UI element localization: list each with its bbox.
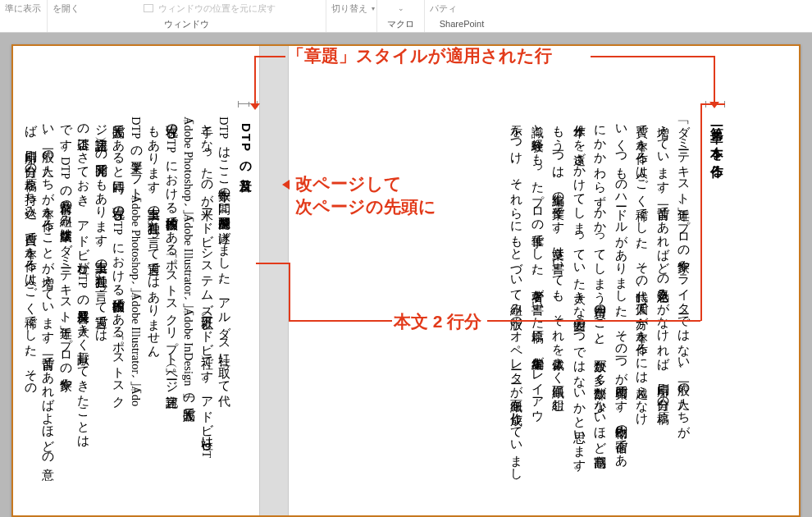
ribbon: 準に表示 を開く ウィンドウの位置を元に戻す ウィンドウ 切り替え▾ ⌄ マクロ… bbox=[0, 0, 812, 33]
text-line: 増えています。一昔前であればどの意気込みがなければ、印刷所に自分の原稿 bbox=[654, 117, 672, 515]
text-line: DTPはここ十数年の間に飛躍的発展を遂げました。アルダス社に取って代 bbox=[215, 117, 233, 515]
text-line: ジ記述言語） の開発元でもあります。事実上の「一社独占」と言って過言では bbox=[92, 117, 110, 515]
ribbon-item-switch[interactable]: 切り替え▾ bbox=[331, 2, 375, 15]
ribbon-item-align[interactable]: 準に表示 bbox=[5, 2, 41, 15]
text-line: い、一般の人たちが本を作ることが増えています。一昔前であればよほどの意 bbox=[39, 117, 57, 515]
text-line: 販売元であると同時に、現在のDTPにおける根幹的技術である「ポストスク bbox=[109, 117, 127, 515]
annotation-page-break: 改ページして 次ページの先頭に bbox=[295, 172, 436, 218]
chapter-heading: 第一章 本を作る bbox=[708, 117, 725, 172]
window-icon bbox=[144, 4, 153, 12]
chevron-down-icon[interactable]: ⌄ bbox=[398, 4, 404, 12]
ribbon-item-open[interactable]: を開く bbox=[52, 2, 80, 15]
text-line: 示をつけ、それらにもとづいて組み版のオペレーターが紙面を作成していまし bbox=[507, 117, 525, 515]
text-line: 現在のDTPにおける根幹的技術である「ポストスクリプト」（ページ記述言 bbox=[162, 117, 180, 515]
text-line: DTPの主要ソフト「Adobe Photoshop」、「Adobe Illust… bbox=[127, 117, 145, 515]
ribbon-group-label-sharepoint: SharePoint bbox=[430, 16, 494, 31]
ribbon-item-reset-position: ウィンドウの位置を元に戻す bbox=[144, 2, 276, 15]
text-line: 識と経験をもったプロの仕事でした。著者が書いた原稿に、編集者がレイアウ bbox=[528, 117, 546, 515]
chevron-down-icon: ▾ bbox=[372, 5, 375, 12]
document-workspace: 第一章 本を作る 「ダミーテキスト」近年、プロの作家やライターではない、一般の人… bbox=[0, 33, 812, 517]
annotation-line bbox=[289, 320, 392, 322]
annotation-line bbox=[487, 320, 700, 322]
text-line: 手となったのが米アドビシステムズ社（以下アドビ社）です。アドビ社はDT bbox=[198, 117, 216, 515]
ribbon-group-sharepoint: パティ SharePoint bbox=[425, 0, 499, 32]
text-line: にかかわらずかかってしまう費用のこと。頁数が多く部数が少ないほど割高感 bbox=[591, 117, 609, 515]
ribbon-item-property[interactable]: パティ bbox=[430, 2, 457, 15]
annotation-style-applied: 「章題」スタイルが適用された行 bbox=[287, 44, 552, 67]
ribbon-group-1: 準に表示 bbox=[0, 0, 48, 32]
ribbon-group-label bbox=[5, 16, 42, 31]
ribbon-group-macro: ⌄ マクロ bbox=[377, 0, 425, 32]
annotation-line bbox=[256, 263, 289, 264]
ruler-tick bbox=[249, 102, 249, 107]
section-heading: DTPの普及 bbox=[238, 123, 253, 172]
text-line: です。DTPの普及前の組み版作業は「ダミーテキスト」近年、プロの作家や bbox=[57, 117, 75, 515]
page-gap bbox=[259, 46, 289, 515]
annotation-line bbox=[254, 56, 285, 57]
annotation-line bbox=[591, 56, 715, 57]
ribbon-group-window: を開く ウィンドウの位置を元に戻す ウィンドウ bbox=[48, 0, 326, 32]
arrow-left-icon bbox=[282, 180, 290, 190]
page-spread[interactable]: 第一章 本を作る 「ダミーテキスト」近年、プロの作家やライターではない、一般の人… bbox=[11, 44, 801, 517]
text-line: 費で本を作る人はごく稀でした。その時代、個人で方が本を作るには越えなけ bbox=[632, 117, 650, 515]
annotation-line bbox=[714, 56, 715, 103]
ribbon-group-label-window: ウィンドウ bbox=[52, 16, 321, 31]
ribbon-group-switch: 切り替え▾ bbox=[326, 0, 377, 32]
ribbon-group-label-macro: マクロ bbox=[382, 16, 419, 31]
text-line: 本作りを遠ざかけてしまっていた大きな要因の一つではないかと思います。 bbox=[570, 117, 588, 515]
text-line: もう一つは、編集の作業です。文章は書いても、それを体裁よく紙面に組む bbox=[549, 117, 567, 515]
annotation-line bbox=[700, 103, 725, 105]
text-line: の正否はさておき、アドビ社がDTPの発展普及に大きく貢献してきたことは bbox=[74, 117, 92, 515]
text-line: 「Adobe Photoshop」、「Adobe Illustrator」、「A… bbox=[180, 117, 198, 515]
text-line: もあります。事実上の「一社独占」と言って過言ではありません。 bbox=[144, 117, 162, 515]
arrow-down-icon bbox=[250, 103, 260, 110]
annotation-line bbox=[289, 263, 290, 320]
text-line: ば、印刷所に自分の原稿を持ち込み、自費で本を作る人はごく稀でした。その bbox=[21, 117, 39, 515]
annotation-line bbox=[254, 56, 256, 105]
annotation-line bbox=[700, 103, 702, 321]
annotation-two-lines: 本文 2 行分 bbox=[394, 310, 481, 333]
text-line: 「ダミーテキスト」近年、プロの作家やライターではない、一般の人たちが bbox=[674, 117, 692, 515]
text-line: いくつものハードルがありました。その一つが印刷費です。印刷物の宿命であ bbox=[612, 117, 630, 515]
